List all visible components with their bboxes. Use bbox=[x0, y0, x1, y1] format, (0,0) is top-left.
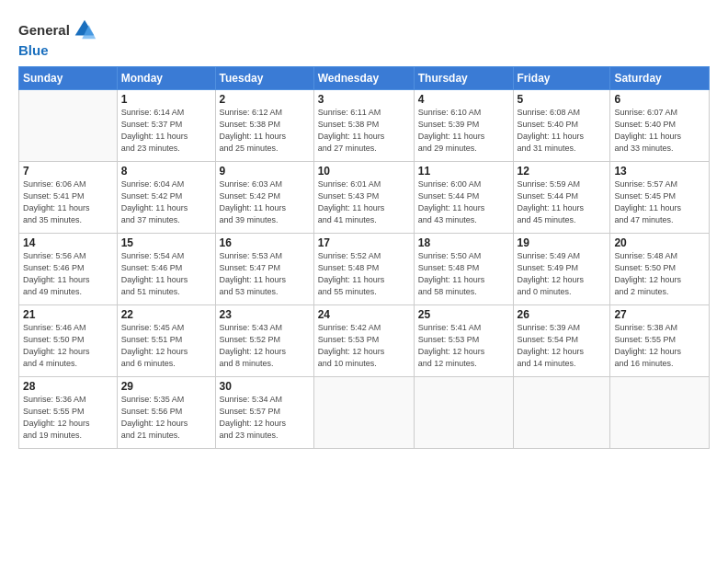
day-number: 15 bbox=[121, 236, 211, 249]
week-row-2: 14Sunrise: 5:56 AM Sunset: 5:46 PM Dayli… bbox=[19, 234, 710, 305]
day-info: Sunrise: 5:41 AM Sunset: 5:53 PM Dayligh… bbox=[418, 322, 509, 370]
logo-general-text: General bbox=[18, 22, 70, 38]
day-cell: 14Sunrise: 5:56 AM Sunset: 5:46 PM Dayli… bbox=[19, 234, 118, 305]
day-number: 24 bbox=[318, 308, 410, 321]
day-number: 8 bbox=[121, 165, 211, 178]
week-row-0: 1Sunrise: 6:14 AM Sunset: 5:37 PM Daylig… bbox=[19, 90, 710, 162]
day-number: 30 bbox=[220, 380, 310, 393]
day-number: 22 bbox=[121, 308, 211, 321]
day-cell bbox=[610, 377, 710, 449]
day-cell: 8Sunrise: 6:04 AM Sunset: 5:42 PM Daylig… bbox=[117, 162, 215, 234]
day-info: Sunrise: 6:10 AM Sunset: 5:39 PM Dayligh… bbox=[418, 107, 509, 155]
day-number: 4 bbox=[418, 93, 509, 106]
day-cell: 4Sunrise: 6:10 AM Sunset: 5:39 PM Daylig… bbox=[414, 90, 513, 162]
day-info: Sunrise: 5:35 AM Sunset: 5:56 PM Dayligh… bbox=[121, 394, 211, 442]
day-info: Sunrise: 6:08 AM Sunset: 5:40 PM Dayligh… bbox=[518, 107, 607, 155]
day-cell: 20Sunrise: 5:48 AM Sunset: 5:50 PM Dayli… bbox=[610, 234, 710, 305]
day-cell: 18Sunrise: 5:50 AM Sunset: 5:48 PM Dayli… bbox=[414, 234, 513, 305]
day-cell: 19Sunrise: 5:49 AM Sunset: 5:49 PM Dayli… bbox=[513, 234, 610, 305]
week-row-4: 28Sunrise: 5:36 AM Sunset: 5:55 PM Dayli… bbox=[19, 377, 710, 449]
day-info: Sunrise: 5:46 AM Sunset: 5:50 PM Dayligh… bbox=[23, 322, 113, 370]
logo-blue-text: Blue bbox=[18, 42, 49, 58]
day-number: 6 bbox=[614, 93, 705, 106]
day-number: 17 bbox=[318, 236, 410, 249]
day-info: Sunrise: 6:14 AM Sunset: 5:37 PM Dayligh… bbox=[121, 107, 211, 155]
day-number: 14 bbox=[23, 236, 113, 249]
day-cell: 3Sunrise: 6:11 AM Sunset: 5:38 PM Daylig… bbox=[313, 90, 414, 162]
week-row-3: 21Sunrise: 5:46 AM Sunset: 5:50 PM Dayli… bbox=[19, 305, 710, 377]
day-info: Sunrise: 6:12 AM Sunset: 5:38 PM Dayligh… bbox=[220, 107, 310, 155]
day-cell bbox=[313, 377, 414, 449]
day-info: Sunrise: 5:38 AM Sunset: 5:55 PM Dayligh… bbox=[614, 322, 705, 370]
day-cell: 2Sunrise: 6:12 AM Sunset: 5:38 PM Daylig… bbox=[215, 90, 313, 162]
calendar-table: SundayMondayTuesdayWednesdayThursdayFrid… bbox=[18, 66, 710, 449]
day-cell: 12Sunrise: 5:59 AM Sunset: 5:44 PM Dayli… bbox=[513, 162, 610, 234]
day-cell: 27Sunrise: 5:38 AM Sunset: 5:55 PM Dayli… bbox=[610, 305, 710, 377]
day-info: Sunrise: 5:42 AM Sunset: 5:53 PM Dayligh… bbox=[318, 322, 410, 370]
day-info: Sunrise: 5:43 AM Sunset: 5:52 PM Dayligh… bbox=[220, 322, 310, 370]
day-cell: 10Sunrise: 6:01 AM Sunset: 5:43 PM Dayli… bbox=[313, 162, 414, 234]
day-number: 16 bbox=[220, 236, 310, 249]
day-info: Sunrise: 5:56 AM Sunset: 5:46 PM Dayligh… bbox=[23, 250, 113, 298]
day-info: Sunrise: 5:54 AM Sunset: 5:46 PM Dayligh… bbox=[121, 250, 211, 298]
weekday-header-row: SundayMondayTuesdayWednesdayThursdayFrid… bbox=[19, 67, 710, 90]
day-cell: 23Sunrise: 5:43 AM Sunset: 5:52 PM Dayli… bbox=[215, 305, 313, 377]
weekday-header-tuesday: Tuesday bbox=[215, 67, 313, 90]
day-number: 7 bbox=[23, 165, 113, 178]
weekday-header-sunday: Sunday bbox=[19, 67, 118, 90]
weekday-header-friday: Friday bbox=[513, 67, 610, 90]
day-number: 28 bbox=[23, 380, 113, 393]
day-info: Sunrise: 5:49 AM Sunset: 5:49 PM Dayligh… bbox=[518, 250, 607, 298]
day-number: 11 bbox=[418, 165, 509, 178]
day-cell: 17Sunrise: 5:52 AM Sunset: 5:48 PM Dayli… bbox=[313, 234, 414, 305]
weekday-header-wednesday: Wednesday bbox=[313, 67, 414, 90]
day-info: Sunrise: 5:45 AM Sunset: 5:51 PM Dayligh… bbox=[121, 322, 211, 370]
day-cell bbox=[513, 377, 610, 449]
day-cell: 22Sunrise: 5:45 AM Sunset: 5:51 PM Dayli… bbox=[117, 305, 215, 377]
day-number: 1 bbox=[121, 93, 211, 106]
day-cell bbox=[414, 377, 513, 449]
day-number: 20 bbox=[614, 236, 705, 249]
day-number: 10 bbox=[318, 165, 410, 178]
day-cell: 5Sunrise: 6:08 AM Sunset: 5:40 PM Daylig… bbox=[513, 90, 610, 162]
day-info: Sunrise: 5:36 AM Sunset: 5:55 PM Dayligh… bbox=[23, 394, 113, 442]
day-number: 3 bbox=[318, 93, 410, 106]
day-cell: 24Sunrise: 5:42 AM Sunset: 5:53 PM Dayli… bbox=[313, 305, 414, 377]
day-info: Sunrise: 5:50 AM Sunset: 5:48 PM Dayligh… bbox=[418, 250, 509, 298]
logo-icon bbox=[72, 17, 97, 42]
week-row-1: 7Sunrise: 6:06 AM Sunset: 5:41 PM Daylig… bbox=[19, 162, 710, 234]
day-info: Sunrise: 6:00 AM Sunset: 5:44 PM Dayligh… bbox=[418, 178, 509, 226]
logo: General Blue bbox=[18, 17, 97, 59]
day-number: 21 bbox=[23, 308, 113, 321]
day-cell: 15Sunrise: 5:54 AM Sunset: 5:46 PM Dayli… bbox=[117, 234, 215, 305]
day-cell: 28Sunrise: 5:36 AM Sunset: 5:55 PM Dayli… bbox=[19, 377, 118, 449]
day-number: 12 bbox=[518, 165, 607, 178]
day-cell: 6Sunrise: 6:07 AM Sunset: 5:40 PM Daylig… bbox=[610, 90, 710, 162]
day-number: 19 bbox=[518, 236, 607, 249]
day-cell: 7Sunrise: 6:06 AM Sunset: 5:41 PM Daylig… bbox=[19, 162, 118, 234]
day-info: Sunrise: 6:11 AM Sunset: 5:38 PM Dayligh… bbox=[318, 107, 410, 155]
day-info: Sunrise: 5:59 AM Sunset: 5:44 PM Dayligh… bbox=[518, 178, 607, 226]
weekday-header-monday: Monday bbox=[117, 67, 215, 90]
day-number: 2 bbox=[220, 93, 310, 106]
day-cell: 13Sunrise: 5:57 AM Sunset: 5:45 PM Dayli… bbox=[610, 162, 710, 234]
day-cell: 30Sunrise: 5:34 AM Sunset: 5:57 PM Dayli… bbox=[215, 377, 313, 449]
day-number: 27 bbox=[614, 308, 705, 321]
day-info: Sunrise: 6:04 AM Sunset: 5:42 PM Dayligh… bbox=[121, 178, 211, 226]
day-cell: 1Sunrise: 6:14 AM Sunset: 5:37 PM Daylig… bbox=[117, 90, 215, 162]
day-number: 9 bbox=[220, 165, 310, 178]
day-cell: 29Sunrise: 5:35 AM Sunset: 5:56 PM Dayli… bbox=[117, 377, 215, 449]
header: General Blue bbox=[18, 17, 710, 59]
day-number: 25 bbox=[418, 308, 509, 321]
day-info: Sunrise: 5:57 AM Sunset: 5:45 PM Dayligh… bbox=[614, 178, 705, 226]
weekday-header-saturday: Saturday bbox=[610, 67, 710, 90]
weekday-header-thursday: Thursday bbox=[414, 67, 513, 90]
day-cell: 16Sunrise: 5:53 AM Sunset: 5:47 PM Dayli… bbox=[215, 234, 313, 305]
day-info: Sunrise: 6:06 AM Sunset: 5:41 PM Dayligh… bbox=[23, 178, 113, 226]
day-info: Sunrise: 5:52 AM Sunset: 5:48 PM Dayligh… bbox=[318, 250, 410, 298]
day-number: 26 bbox=[518, 308, 607, 321]
day-info: Sunrise: 5:48 AM Sunset: 5:50 PM Dayligh… bbox=[614, 250, 705, 298]
day-number: 13 bbox=[614, 165, 705, 178]
page: General Blue SundayMondayTuesdayWednesda… bbox=[0, 0, 728, 563]
day-number: 23 bbox=[220, 308, 310, 321]
